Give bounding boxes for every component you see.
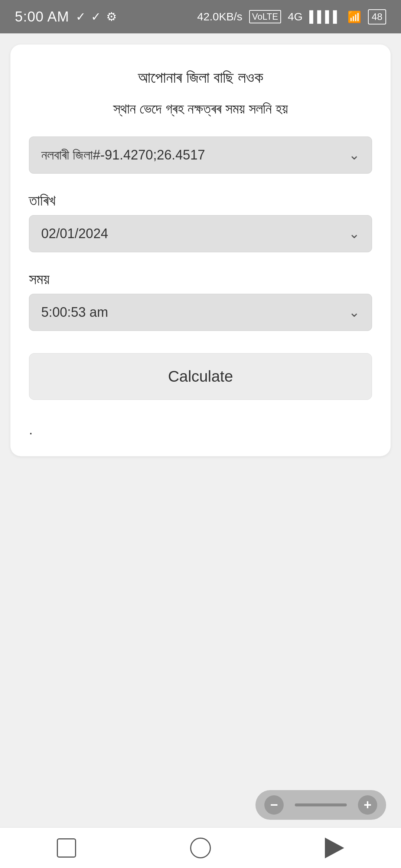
status-time: 5:00 AM	[15, 9, 69, 25]
zoom-slider-track[interactable]	[295, 803, 347, 806]
zoom-in-button[interactable]: +	[358, 795, 377, 815]
nav-circle-icon	[190, 838, 211, 858]
nav-bar	[0, 827, 401, 868]
time-value: 5:00:53 am	[41, 305, 108, 320]
time-dropdown-arrow: ⌄	[349, 305, 360, 320]
volte-icon: VoLTE	[249, 10, 281, 23]
date-value: 02/01/2024	[41, 226, 108, 241]
card: আপোনাৰ জিলা বাছি লওক স্থান ভেদে গ্ৰহ নক্…	[10, 45, 391, 456]
district-dropdown-text: নলবাৰী জিলা#-91.4270;26.4517	[41, 147, 205, 163]
check1-icon: ✓	[76, 10, 86, 24]
battery-indicator: 48	[368, 9, 386, 24]
status-left: 5:00 AM ✓ ✓ ⚙	[15, 9, 117, 25]
card-title-2: স্থান ভেদে গ্ৰহ নক্ষত্ৰৰ সময় সলনি হয়	[29, 99, 372, 119]
date-label: তাৰিখ	[29, 192, 372, 209]
status-bar: 5:00 AM ✓ ✓ ⚙ 42.0KB/s VoLTE 4G ▌▌▌▌ 📶 4…	[0, 0, 401, 33]
district-dropdown-arrow: ⌄	[349, 147, 360, 163]
network-speed: 42.0KB/s	[197, 10, 242, 23]
wifi-icon: 📶	[348, 10, 361, 23]
4g-label: 4G	[288, 10, 303, 23]
calculate-button[interactable]: Calculate	[29, 353, 372, 400]
gear-icon: ⚙	[106, 10, 117, 24]
date-dropdown-arrow: ⌄	[349, 226, 360, 241]
main-area: আপোনাৰ জিলা বাছি লওক স্থান ভেদে গ্ৰহ নক্…	[0, 33, 401, 827]
district-dropdown[interactable]: নলবাৰী জিলা#-91.4270;26.4517 ⌄	[29, 137, 372, 174]
time-label: সময়	[29, 271, 372, 288]
check2-icon: ✓	[91, 10, 101, 24]
zoom-bar: − +	[255, 790, 386, 820]
card-title-1: আপোনাৰ জিলা বাছি লওক	[29, 67, 372, 89]
nav-circle-button[interactable]	[190, 838, 211, 858]
status-right: 42.0KB/s VoLTE 4G ▌▌▌▌ 📶 48	[197, 9, 386, 24]
time-dropdown[interactable]: 5:00:53 am ⌄	[29, 294, 372, 331]
dot-text: .	[29, 422, 372, 438]
signal-icon: ▌▌▌▌	[309, 10, 341, 23]
date-dropdown[interactable]: 02/01/2024 ⌄	[29, 215, 372, 252]
nav-square-icon	[57, 838, 76, 858]
status-icons: ✓ ✓ ⚙	[76, 10, 117, 24]
nav-back-button[interactable]	[325, 838, 344, 858]
nav-square-button[interactable]	[57, 838, 76, 858]
zoom-out-button[interactable]: −	[264, 795, 284, 815]
nav-triangle-icon	[325, 838, 344, 858]
